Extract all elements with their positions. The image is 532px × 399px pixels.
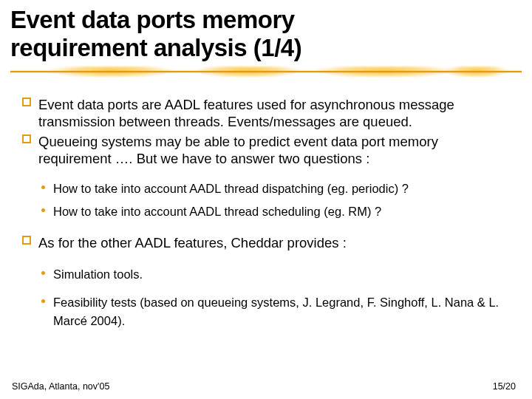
content-area: Event data ports are AADL features used … [0, 78, 532, 345]
sub-bullet-text: How to take into account AADL thread dis… [53, 182, 409, 195]
title-line-1: Event data ports memory [10, 6, 295, 33]
footer-page-number: 15/20 [493, 381, 516, 392]
dot-bullet-icon [41, 185, 45, 189]
square-bullet-icon [22, 236, 31, 245]
dot-bullet-icon [41, 271, 45, 275]
dot-bullet-icon [41, 208, 45, 212]
title-underline [0, 66, 532, 78]
footer: SIGAda, Atlanta, nov'05 15/20 [12, 381, 516, 392]
slide-title: Event data ports memory requirement anal… [0, 0, 532, 62]
dot-bullet-icon [41, 299, 45, 303]
bullet-item: Event data ports are AADL features used … [22, 96, 510, 130]
bullet-text: As for the other AADL features, Cheddar … [38, 235, 347, 250]
square-bullet-icon [22, 134, 31, 143]
sub-bullet-item: Simulation tools. [41, 265, 510, 284]
sub-bullet-text: Simulation tools. [53, 267, 143, 281]
sub-bullet-item: How to take into account AADL thread dis… [41, 177, 510, 200]
sub-bullet-text: How to take into account AADL thread sch… [53, 205, 381, 218]
sub-list: How to take into account AADL thread dis… [22, 170, 510, 227]
title-line-2: requirement analysis (1/4) [10, 34, 301, 61]
sub-bullet-text: Feasibility tests (based on queueing sys… [53, 296, 499, 327]
square-bullet-icon [22, 98, 31, 106]
sub-bullet-item: Feasibility tests (based on queueing sys… [41, 293, 510, 330]
bullet-item: Queueing systems may be able to predict … [22, 133, 510, 167]
slide: Event data ports memory requirement anal… [0, 0, 532, 399]
footer-left: SIGAda, Atlanta, nov'05 [12, 381, 109, 392]
bullet-text: Event data ports are AADL features used … [38, 97, 454, 129]
bullet-item: As for the other AADL features, Cheddar … [22, 234, 510, 251]
sub-list: Simulation tools. Feasibility tests (bas… [22, 255, 510, 345]
sub-bullet-item: How to take into account AADL thread sch… [41, 200, 510, 223]
bullet-text: Queueing systems may be able to predict … [38, 134, 438, 166]
